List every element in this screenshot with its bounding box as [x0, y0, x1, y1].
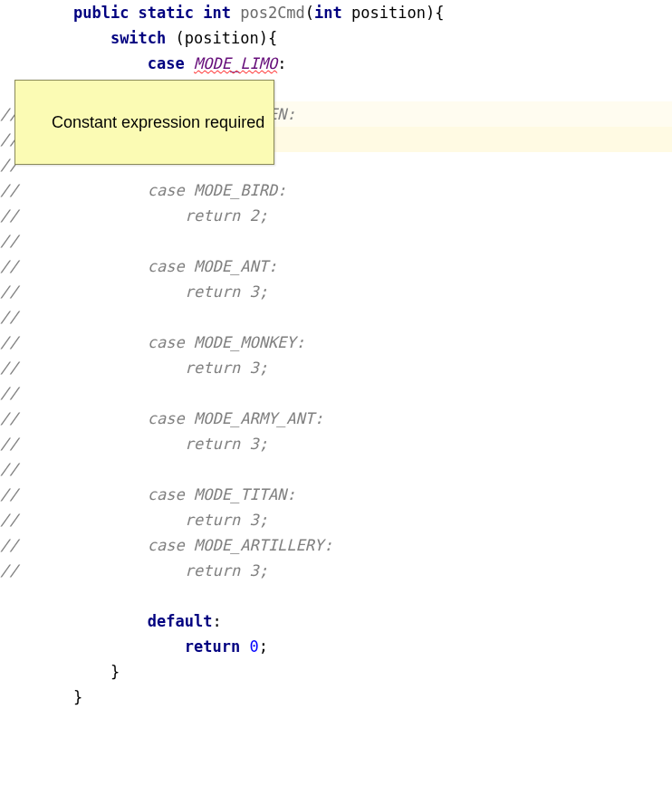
code-line[interactable]: default: [36, 608, 672, 634]
tooltip-text: Constant expression required [52, 113, 264, 131]
comment-marker: // [0, 177, 18, 203]
code-line[interactable]: // return 3; [36, 355, 672, 380]
comment-marker: // [0, 304, 18, 330]
comment-marker: // [0, 254, 18, 279]
commented-code: return 3; [185, 435, 268, 453]
comment-marker: // [0, 228, 18, 254]
brace: } [73, 688, 82, 706]
code-line[interactable]: return 0; [36, 634, 672, 659]
comment-marker: // [0, 507, 18, 532]
code-line[interactable]: // return 2; [36, 203, 672, 228]
code-line[interactable]: // return 3; [36, 279, 672, 304]
comment-marker: // [0, 330, 18, 355]
paren: ( [305, 4, 314, 22]
code-line[interactable]: // return 3; [36, 507, 672, 532]
code-editor[interactable]: public static int pos2Cmd(int position){… [0, 0, 672, 710]
comment-marker: // [0, 482, 18, 507]
code-line[interactable]: Constant expression required [36, 76, 672, 101]
commented-code: return 3; [185, 283, 268, 301]
comment-marker: // [0, 279, 18, 304]
comment-marker: // [0, 431, 18, 456]
number-literal: 0 [249, 637, 258, 656]
code-line[interactable]: // [36, 456, 672, 482]
code-line[interactable] [36, 583, 672, 608]
constant-error: MODE_LIMO [194, 54, 277, 72]
code-line[interactable]: // case MODE_MONKEY: [36, 330, 672, 355]
code-line[interactable]: // return 3; [36, 558, 672, 583]
code-line[interactable]: // case MODE_ANT: [36, 254, 672, 279]
commented-code: return 3; [185, 511, 268, 529]
code-line[interactable]: // [36, 228, 672, 254]
comment-marker: // [0, 456, 18, 482]
brace: } [110, 663, 120, 681]
code-line[interactable]: // [36, 380, 672, 406]
comment-marker: // [0, 406, 18, 431]
parameter: position [351, 4, 426, 22]
code-line[interactable]: // case MODE_ARTILLERY: [36, 532, 672, 558]
colon: : [212, 612, 221, 630]
code-text: (position){ [176, 29, 278, 47]
comment-marker: // [0, 532, 18, 558]
code-line[interactable]: } [36, 685, 672, 710]
method-name: pos2Cmd [240, 4, 305, 22]
code-line[interactable]: // return 3; [36, 431, 672, 456]
code-line[interactable]: public static int pos2Cmd(int position){ [36, 0, 672, 25]
code-line[interactable]: switch (position){ [36, 25, 672, 51]
comment-marker: // [0, 380, 18, 406]
keyword: case [148, 54, 194, 72]
commented-code: case MODE_ARMY_ANT: [148, 409, 323, 427]
commented-code: case MODE_TITAN: [148, 485, 296, 503]
keyword: default [148, 612, 213, 630]
commented-code: return 3; [185, 359, 268, 377]
code-line[interactable]: // case MODE_TITAN: [36, 482, 672, 507]
keyword: public static int [73, 4, 240, 22]
commented-code: return 3; [185, 561, 268, 579]
keyword: switch [110, 29, 176, 47]
comment-marker: // [0, 203, 18, 228]
commented-code: case MODE_ARTILLERY: [148, 536, 333, 554]
keyword: int [314, 4, 351, 22]
code-line[interactable]: } [36, 659, 672, 685]
commented-code: case MODE_ANT: [148, 257, 277, 275]
code-line[interactable]: case MODE_LIMO: [36, 51, 672, 76]
comment-marker: // [0, 355, 18, 380]
code-line[interactable]: // [36, 304, 672, 330]
code-line[interactable]: // case MODE_ARMY_ANT: [36, 406, 672, 431]
semicolon: ; [259, 637, 268, 656]
commented-code: case MODE_MONKEY: [148, 333, 305, 351]
error-tooltip: Constant expression required [14, 80, 274, 165]
keyword: return [185, 637, 250, 656]
commented-code: case MODE_BIRD: [148, 181, 287, 199]
paren: ){ [426, 4, 444, 22]
comment-marker: // [0, 558, 18, 583]
commented-code: return 2; [185, 206, 268, 225]
colon: : [277, 54, 286, 72]
code-line[interactable]: // case MODE_BIRD: [36, 177, 672, 203]
